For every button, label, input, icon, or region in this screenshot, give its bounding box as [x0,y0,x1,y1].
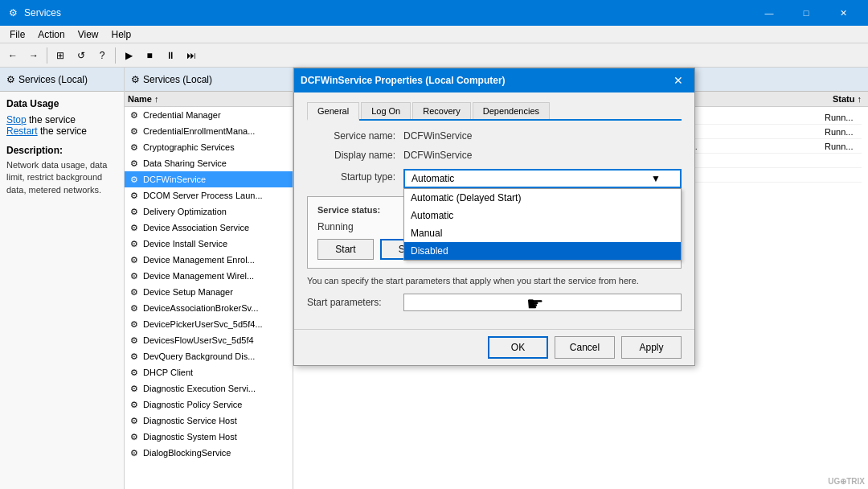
service-list-item[interactable]: ⚙ DevicePickerUserSvc_5d5f4... [125,316,293,332]
service-list-item[interactable]: ⚙ Device Install Service [125,236,293,252]
service-name-text: DeviceAssociationBrokerSv... [143,303,289,313]
service-icon: ⚙ [128,109,141,121]
startup-type-label: Startup type: [307,169,403,183]
sidebar-content: Data Usage Stop the service Restart the … [0,92,124,203]
service-icon: ⚙ [128,125,141,138]
service-list-item[interactable]: ⚙ DHCP Client [125,364,293,380]
startup-type-select[interactable]: Automatic ▼ [403,169,682,188]
sidebar-section-title: Data Usage [6,98,117,109]
sidebar-header-text: Services (Local) [18,74,88,85]
tab-dependencies[interactable]: Dependencies [473,102,550,119]
close-button[interactable]: ✕ [825,0,862,26]
toolbar-separator-2 [115,47,116,64]
service-name-label: Service name: [307,130,403,142]
service-name-text: DevicePickerUserSvc_5d5f4... [143,319,289,329]
service-list-item[interactable]: ⚙ Delivery Optimization [125,203,293,220]
service-icon: ⚙ [128,334,141,347]
col-header-name[interactable]: Name ↑ [128,94,289,104]
service-icon: ⚙ [128,237,141,250]
service-icon: ⚙ [128,446,141,459]
tab-general[interactable]: General [307,102,359,121]
start-params-input[interactable] [403,294,682,311]
tab-recovery[interactable]: Recovery [412,102,470,119]
service-list-item[interactable]: ⚙ DevicesFlowUserSvc_5d5f4 [125,332,293,348]
service-name-text: DHCP Client [143,368,289,377]
help-button[interactable]: ? [92,46,112,65]
ok-button[interactable]: OK [488,336,548,359]
service-list-item[interactable]: ⚙ Device Management Wirel... [125,268,293,284]
service-icon: ⚙ [128,173,141,186]
back-button[interactable]: ← [3,46,23,65]
toolbar: ← → ⊞ ↺ ? ▶ ■ ⏸ ⏭ [0,43,868,68]
service-list-item[interactable]: ⚙ Device Management Enrol... [125,252,293,268]
skip-button[interactable]: ⏭ [182,46,201,65]
service-name-text: Cryptographic Services [143,142,289,152]
main-content: ⚙ Services (Local) Data Usage Stop the s… [0,68,868,489]
service-list-item[interactable]: ⚙ Device Association Service [125,220,293,236]
app-icon: ⚙ [6,6,19,19]
service-list-item[interactable]: ⚙ Device Setup Manager [125,284,293,300]
service-icon: ⚙ [128,189,141,202]
view-button[interactable]: ⊞ [51,46,70,65]
refresh-button[interactable]: ↺ [72,46,91,65]
option-disabled[interactable]: Disabled [404,242,681,260]
menu-help[interactable]: Help [105,27,138,42]
dialog-overlay: DCFWinService Properties (Local Computer… [293,68,868,489]
apply-button[interactable]: Apply [621,336,682,359]
services-panel-icon: ⚙ [131,74,140,85]
properties-dialog: DCFWinService Properties (Local Computer… [293,68,695,366]
service-icon: ⚙ [128,141,141,154]
maximize-button[interactable]: □ [788,0,825,26]
minimize-button[interactable]: — [751,0,788,26]
title-bar: ⚙ Services — □ ✕ [0,0,868,26]
stop-button[interactable]: ■ [140,46,159,65]
service-list-item[interactable]: ⚙ DevQuery Background Dis... [125,348,293,364]
menu-view[interactable]: View [72,27,105,42]
service-list-item[interactable]: ⚙ Diagnostic Execution Servi... [125,380,293,397]
service-list-item[interactable]: ⚙ Credential Manager [125,107,293,123]
service-list-item[interactable]: ⚙ CredentialEnrollmentMana... [125,123,293,139]
service-list-item[interactable]: ⚙ DCFWinService [125,171,293,187]
service-icon: ⚙ [128,302,141,314]
display-name-label: Display name: [307,150,403,161]
sidebar-stop-link[interactable]: Stop [6,114,27,125]
service-list-item[interactable]: ⚙ DialogBlockingService [125,445,293,461]
cancel-button[interactable]: Cancel [555,336,615,359]
sidebar-restart-link[interactable]: Restart [6,125,38,137]
service-list-item[interactable]: ⚙ Data Sharing Service [125,155,293,171]
service-list-item[interactable]: ⚙ Diagnostic Policy Service [125,397,293,413]
sidebar-restart-line: Restart the service [6,125,117,137]
dialog-title-bar: DCFWinService Properties (Local Computer… [294,68,694,92]
dialog-close-button[interactable]: ✕ [669,71,688,90]
service-list-item[interactable]: ⚙ DCOM Server Process Laun... [125,187,293,203]
service-list-item[interactable]: ⚙ Diagnostic Service Host [125,413,293,429]
tab-logon[interactable]: Log On [361,102,411,119]
menu-file[interactable]: File [3,27,31,42]
sidebar-description: Description: Network data usage, data li… [6,145,117,196]
dialog-title-text: DCFWinService Properties (Local Computer… [301,75,669,86]
pause-button[interactable]: ⏸ [161,46,180,65]
service-icon: ⚙ [128,205,141,218]
service-name-text: Device Association Service [143,223,289,232]
service-list-item[interactable]: ⚙ Cryptographic Services [125,139,293,155]
dialog-footer: OK Cancel Apply [294,329,694,365]
service-start-button[interactable]: Start [317,239,374,260]
service-name-text: DialogBlockingService [143,448,289,458]
forward-button[interactable]: → [24,46,43,65]
play-button[interactable]: ▶ [119,46,138,65]
service-list-item[interactable]: ⚙ Diagnostic System Host [125,429,293,445]
toolbar-separator-1 [47,47,47,64]
option-manual[interactable]: Manual [404,224,681,242]
menu-action[interactable]: Action [31,27,71,42]
option-automatic-delayed[interactable]: Automatic (Delayed Start) [404,189,681,207]
service-icon: ⚙ [128,318,141,331]
service-name-value: DCFWinService [403,130,682,142]
watermark: UG⊕TRIX [828,477,865,486]
service-name-text: Diagnostic Service Host [143,416,289,425]
sidebar-stop-suffix: the service [27,114,76,125]
service-list-item[interactable]: ⚙ DeviceAssociationBrokerSv... [125,300,293,316]
service-name-text: DCFWinService [143,175,289,184]
service-name-text: DevQuery Background Dis... [143,351,289,361]
option-automatic[interactable]: Automatic [404,207,681,224]
service-icon: ⚙ [128,398,141,411]
